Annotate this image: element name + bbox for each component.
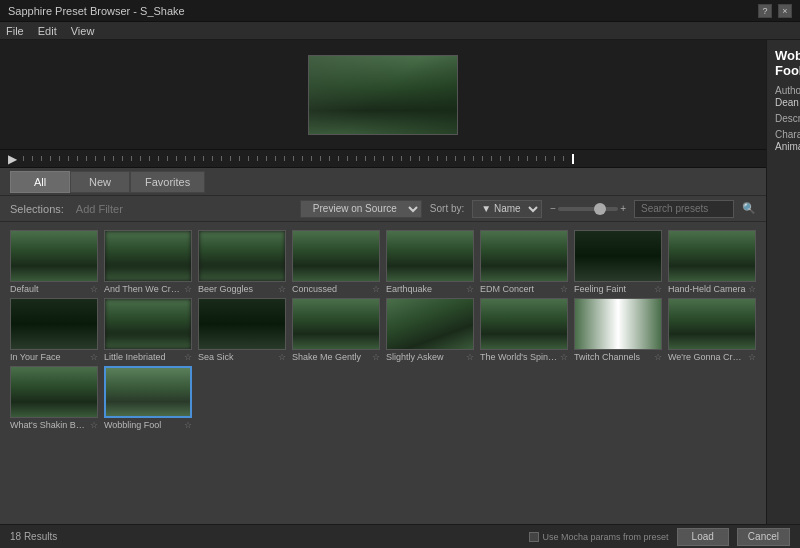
preset-star-icon[interactable]: ☆ [748,352,756,362]
slider-plus-icon[interactable]: + [620,203,626,214]
preset-item[interactable]: Twitch Channels☆ [574,298,662,362]
tick [500,156,501,161]
play-button[interactable]: ▶ [8,152,17,166]
preset-thumb-image [11,299,97,349]
preset-item[interactable]: Little Inebriated☆ [104,298,192,362]
preset-thumb-image [106,368,190,416]
preset-item[interactable]: In Your Face☆ [10,298,98,362]
preset-item[interactable]: Shake Me Gently☆ [292,298,380,362]
preset-item[interactable]: We're Gonna Crash!☆ [668,298,756,362]
menu-edit[interactable]: Edit [38,25,57,37]
preset-item[interactable]: Feeling Faint☆ [574,230,662,294]
tick [86,156,87,161]
sort-select[interactable]: ▼ Name [472,200,542,218]
preset-star-icon[interactable]: ☆ [184,352,192,362]
tick [158,156,159,161]
sort-by-label: Sort by: [430,203,464,214]
preset-item[interactable]: Beer Goggles☆ [198,230,286,294]
help-button[interactable]: ? [758,4,772,18]
add-filter-button[interactable]: Add Filter [76,203,123,215]
preset-star-icon[interactable]: ☆ [184,420,192,430]
preset-label-row: Little Inebriated☆ [104,352,192,362]
preset-star-icon[interactable]: ☆ [278,284,286,294]
tab-favorites[interactable]: Favorites [130,171,205,193]
preset-thumbnail [104,230,192,282]
preset-label-row: EDM Concert☆ [480,284,568,294]
preset-item[interactable]: Slightly Askew☆ [386,298,474,362]
tick [230,156,231,161]
preset-item[interactable]: Sea Sick☆ [198,298,286,362]
tick [455,156,456,161]
preset-name: Shake Me Gently [292,352,370,362]
slider-minus-icon[interactable]: − [550,203,556,214]
preset-item[interactable]: Concussed☆ [292,230,380,294]
preset-star-icon[interactable]: ☆ [466,352,474,362]
tab-new[interactable]: New [70,171,130,193]
preset-thumb-image [669,231,755,281]
preset-star-icon[interactable]: ☆ [466,284,474,294]
preset-item[interactable]: What's Shakin Baby☆ [10,366,98,430]
preset-thumbnail [480,298,568,350]
tick [41,156,42,161]
preset-star-icon[interactable]: ☆ [90,420,98,430]
tick [95,156,96,161]
tick [320,156,321,161]
preset-star-icon[interactable]: ☆ [560,352,568,362]
preset-star-icon[interactable]: ☆ [278,352,286,362]
slider-track[interactable] [558,207,618,211]
author-value: Dean Velez [775,97,800,108]
preset-item[interactable]: Earthquake☆ [386,230,474,294]
tick [194,156,195,161]
preset-star-icon[interactable]: ☆ [184,284,192,294]
preset-item[interactable]: And Then We Crashed☆ [104,230,192,294]
slider-thumb[interactable] [594,203,606,215]
preset-star-icon[interactable]: ☆ [654,352,662,362]
title-bar-controls: ? × [758,4,792,18]
preset-name: Beer Goggles [198,284,276,294]
preset-star-icon[interactable]: ☆ [90,352,98,362]
preset-star-icon[interactable]: ☆ [372,352,380,362]
mocha-checkbox[interactable]: Use Mocha params from preset [529,532,669,542]
preset-thumbnail [668,298,756,350]
preset-star-icon[interactable]: ☆ [90,284,98,294]
menu-view[interactable]: View [71,25,95,37]
preset-item[interactable]: Default☆ [10,230,98,294]
search-icon[interactable]: 🔍 [742,202,756,215]
results-count: 18 Results [10,531,57,542]
preset-thumb-image [575,299,661,349]
search-input[interactable] [634,200,734,218]
size-slider[interactable]: − + [550,203,626,214]
preset-star-icon[interactable]: ☆ [560,284,568,294]
tick [347,156,348,161]
preset-name: What's Shakin Baby [10,420,88,430]
preset-star-icon[interactable]: ☆ [654,284,662,294]
preset-item[interactable]: Wobbling Fool☆ [104,366,192,430]
preview-on-source-select[interactable]: Preview on Source [300,200,422,218]
tick [446,156,447,161]
tick [149,156,150,161]
preset-name: Wobbling Fool [104,420,182,430]
close-button[interactable]: × [778,4,792,18]
load-button[interactable]: Load [677,528,729,546]
preview-area [0,40,766,150]
tick [293,156,294,161]
characteristics-label: Characteristics: [775,129,800,140]
tick [365,156,366,161]
preset-item[interactable]: EDM Concert☆ [480,230,568,294]
mocha-check[interactable] [529,532,539,542]
description-label: Description: [775,113,800,124]
tick [428,156,429,161]
menu-file[interactable]: File [6,25,24,37]
tick [509,156,510,161]
preset-item[interactable]: The World's Spinning!☆ [480,298,568,362]
preset-thumbnail [574,298,662,350]
preset-item[interactable]: Hand-Held Camera☆ [668,230,756,294]
tick [140,156,141,161]
preset-star-icon[interactable]: ☆ [748,284,756,294]
tick [284,156,285,161]
tab-all[interactable]: All [10,171,70,193]
preset-thumb-image [293,299,379,349]
preset-star-icon[interactable]: ☆ [372,284,380,294]
cancel-button[interactable]: Cancel [737,528,790,546]
tick [491,156,492,161]
